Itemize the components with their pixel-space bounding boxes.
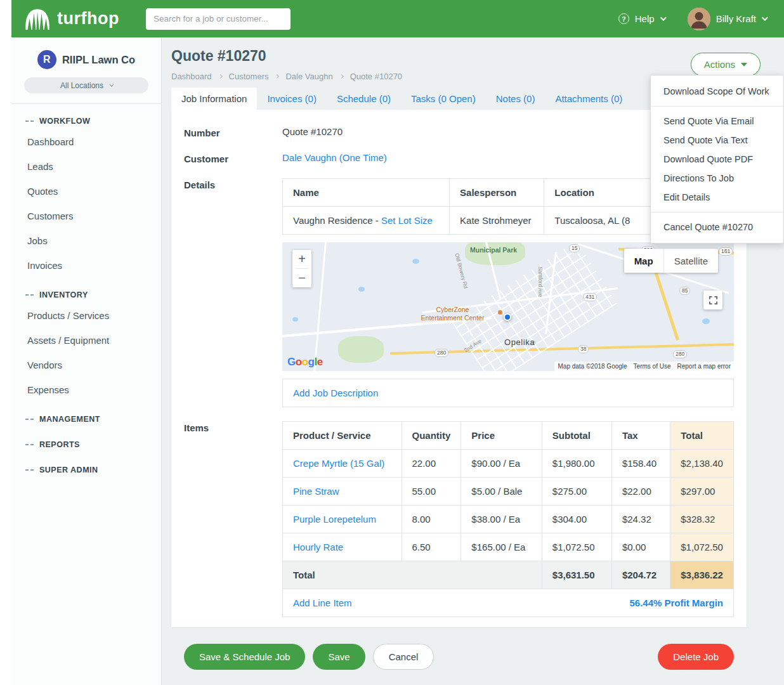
google-letter: g (308, 356, 315, 368)
field-label-items: Items (184, 421, 282, 617)
sidebar-item-jobs[interactable]: Jobs (11, 228, 161, 253)
chevron-down-icon (109, 82, 114, 87)
menu-item-download-quote-pdf[interactable]: Download Quote PDF (651, 150, 783, 169)
workflow-nav: Dashboard Leads Quotes Customers Jobs In… (11, 129, 161, 278)
pond (702, 318, 710, 324)
user-name: Billy Kraft (716, 13, 756, 24)
poi-line2: Entertainment Center (407, 314, 499, 322)
save-button[interactable]: Save (313, 644, 365, 670)
add-job-description-link[interactable]: Add Job Description (293, 388, 378, 398)
sidebar-item-products-services[interactable]: Products / Services (11, 303, 161, 328)
product-link[interactable]: Hourly Rate (293, 542, 343, 552)
breadcrumb-current: Quote #10270 (350, 72, 402, 81)
items-header-subtotal: Subtotal (542, 422, 611, 450)
sidebar-item-expenses[interactable]: Expenses (11, 377, 161, 402)
total-subtotal: $3,631.50 (542, 561, 611, 589)
breadcrumb-dale-vaughn[interactable]: Dale Vaughn (285, 72, 332, 81)
fullscreen-button[interactable] (703, 290, 722, 310)
items-header-row: Product / Service Quantity Price Subtota… (283, 422, 734, 450)
help-menu[interactable]: ? Help (618, 13, 665, 24)
product-link[interactable]: Purple Lorepetelum (293, 514, 376, 525)
locations-dropdown[interactable]: All Locations (24, 77, 148, 93)
sidebar-section-management[interactable]: MANAGEMENT (11, 405, 161, 427)
total-tax: $204.72 (611, 561, 670, 589)
item-price: $38.00 / Ea (461, 506, 542, 533)
section-label: INVENTORY (39, 290, 88, 299)
save-and-schedule-button[interactable]: Save & Schedule Job (184, 644, 305, 670)
tab-notes[interactable]: Notes (0) (486, 88, 546, 110)
zoom-out-button[interactable]: − (292, 269, 311, 287)
google-letter: G (287, 356, 296, 368)
item-quantity: 22.00 (402, 450, 461, 478)
product-link[interactable]: Pine Straw (293, 486, 339, 497)
items-table: Product / Service Quantity Price Subtota… (282, 421, 734, 589)
sidebar-item-assets-equipment[interactable]: Assets / Equipment (11, 328, 161, 353)
tab-attachments[interactable]: Attachments (0) (545, 88, 632, 110)
item-price: $165.00 / Ea (461, 533, 542, 561)
tab-schedule[interactable]: Schedule (0) (327, 88, 401, 110)
locations-label: All Locations (60, 81, 103, 90)
delete-job-button[interactable]: Delete Job (658, 644, 734, 670)
sidebar-section-super-admin[interactable]: SUPER ADMIN (11, 456, 161, 478)
google-logo[interactable]: Google (287, 356, 323, 369)
help-label: Help (635, 13, 655, 24)
items-header-quantity: Quantity (402, 422, 461, 450)
tab-job-information[interactable]: Job Information (171, 88, 257, 110)
menu-item-directions-to-job[interactable]: Directions To Job (651, 169, 783, 188)
google-letter: o (296, 356, 302, 368)
route-shield: 431 (583, 293, 597, 301)
set-lot-size-link[interactable]: Set Lot Size (381, 215, 433, 226)
map-label-city: Opelika (504, 337, 535, 347)
zoom-in-button[interactable]: + (292, 250, 311, 268)
breadcrumb-customers[interactable]: Customers (229, 72, 269, 81)
tab-tasks[interactable]: Tasks (0 Open) (401, 88, 486, 110)
menu-item-send-quote-via-email[interactable]: Send Quote Via Email (651, 112, 783, 131)
customer-type-link[interactable]: (One Time) (339, 152, 387, 163)
add-line-item-link[interactable]: Add Line Item (293, 597, 352, 608)
sidebar-section-reports[interactable]: REPORTS (11, 431, 161, 453)
items-header-product: Product / Service (283, 422, 402, 450)
menu-item-download-scope-of-work[interactable]: Download Scope Of Work (651, 82, 783, 101)
actions-button[interactable]: Actions (691, 53, 761, 76)
item-subtotal: $1,072.50 (542, 533, 611, 561)
item-subtotal: $304.00 (542, 506, 611, 533)
google-letter: e (317, 356, 323, 368)
satellite-view-button[interactable]: Satellite (663, 249, 718, 273)
sidebar-item-vendors[interactable]: Vendors (11, 353, 161, 377)
map[interactable]: Municipal Park CyberZone Entertainment C… (282, 242, 734, 371)
sidebar-section-inventory[interactable]: INVENTORY (11, 281, 161, 303)
menu-item-send-quote-via-text[interactable]: Send Quote Via Text (651, 131, 783, 150)
menu-item-edit-details[interactable]: Edit Details (651, 188, 783, 207)
company-selector[interactable]: R RIIPL Lawn Co (11, 46, 161, 77)
breadcrumb-dashboard[interactable]: Dashboard (171, 72, 212, 81)
product-link[interactable]: Crepe Myrtle (15 Gal) (293, 458, 384, 469)
sidebar-item-customers[interactable]: Customers (11, 204, 161, 228)
search-input[interactable] (146, 8, 291, 30)
sidebar-section-workflow[interactable]: WORKFLOW (11, 107, 161, 129)
sidebar-item-quotes[interactable]: Quotes (11, 179, 161, 204)
customer-link[interactable]: Dale Vaughn (282, 152, 337, 163)
section-label: WORKFLOW (39, 117, 90, 126)
report-map-error-link[interactable]: Report a map error (674, 363, 734, 370)
sidebar: R RIIPL Lawn Co All Locations WORKFLOW D… (11, 37, 162, 685)
terms-of-use-link[interactable]: Terms of Use (630, 363, 674, 370)
item-quantity: 8.00 (402, 506, 461, 533)
cancel-button[interactable]: Cancel (373, 644, 434, 670)
item-quantity: 55.00 (402, 478, 461, 506)
tab-invoices[interactable]: Invoices (0) (257, 88, 327, 110)
chevron-right-icon (218, 74, 223, 79)
user-menu[interactable]: Billy Kraft (688, 8, 766, 30)
sidebar-item-dashboard[interactable]: Dashboard (11, 129, 161, 154)
field-label-details: Details (184, 178, 282, 407)
pond (412, 259, 419, 264)
sidebar-item-leads[interactable]: Leads (11, 154, 161, 179)
items-footer: Add Line Item 56.44% Profit Margin (282, 589, 734, 617)
salesperson-name: Kate Strohmeyer (450, 207, 544, 235)
map-view-button[interactable]: Map (624, 249, 663, 273)
menu-item-cancel-quote[interactable]: Cancel Quote #10270 (651, 218, 783, 237)
item-price: $5.00 / Bale (461, 478, 542, 506)
section-icon (25, 444, 34, 445)
sidebar-item-invoices[interactable]: Invoices (11, 253, 161, 278)
top-navbar: turfhop ? Help Billy Kraft (11, 0, 784, 37)
brand-home-link[interactable]: turfhop (24, 8, 119, 30)
